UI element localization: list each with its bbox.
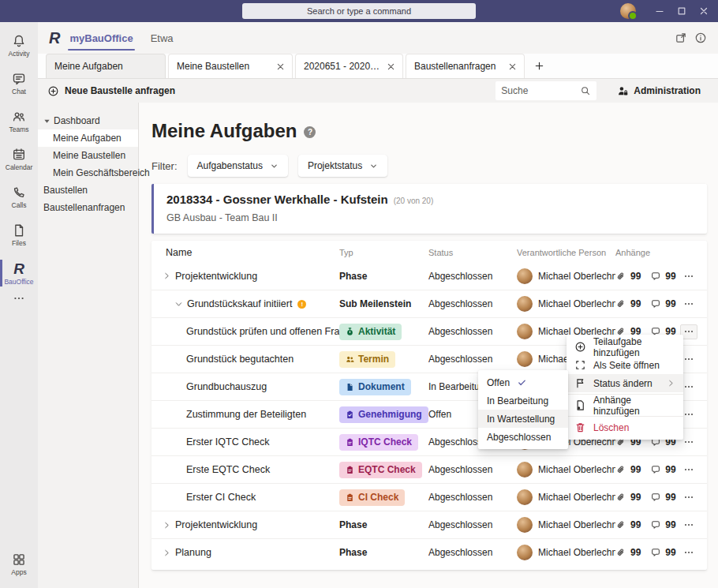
more-apps-button[interactable]: [13, 292, 25, 314]
menu-item-open-as-page[interactable]: Als Seite öffnen: [567, 356, 683, 374]
row-more-button[interactable]: [680, 268, 697, 283]
status-label: Abgeschlossen: [428, 354, 492, 365]
menu-item-add-subtask[interactable]: Teilaufgabe hinzufügen: [567, 338, 683, 356]
type-badge: Termin: [339, 351, 395, 368]
row-expand-chevron-icon[interactable]: [163, 521, 171, 530]
user-avatar[interactable]: [620, 3, 636, 19]
trash-icon: [574, 421, 586, 433]
app-header: R myBauOffice Etwa: [38, 22, 718, 54]
popout-icon[interactable]: [675, 32, 687, 44]
filter-aufgabenstatus[interactable]: Aufgabenstatus: [188, 155, 288, 177]
minimize-button[interactable]: [649, 0, 671, 22]
project-task-count: (20 von 20): [394, 197, 434, 205]
table-row[interactable]: Grundstückskauf initiiert Sub Meilenstei…: [151, 290, 707, 317]
window-titlebar: [0, 0, 718, 22]
info-icon[interactable]: [694, 32, 707, 44]
status-label: Abgeschlossen: [428, 298, 492, 309]
close-tab-icon[interactable]: [277, 63, 284, 70]
row-more-button[interactable]: [680, 545, 697, 560]
row-expand-chevron-icon[interactable]: [163, 549, 171, 557]
task-name[interactable]: Projektentwicklung: [175, 271, 257, 282]
type-badge-label: Termin: [358, 354, 389, 365]
menu-item-add-attachments[interactable]: Anhänge hinzufügen: [567, 396, 683, 414]
table-row[interactable]: Planung Phase Abgeschlossen Michael Ober…: [151, 538, 707, 566]
person-avatar: [517, 545, 533, 560]
task-name[interactable]: Projektentwicklung: [175, 519, 257, 530]
add-tab-button[interactable]: [527, 54, 551, 78]
close-tab-icon[interactable]: [387, 63, 395, 70]
table-row[interactable]: Erste EQTC Check EQTC Check Abgeschlosse…: [151, 455, 707, 483]
approval-icon: [346, 410, 354, 419]
maximize-button[interactable]: [671, 0, 693, 22]
filter-projektstatus[interactable]: Projektstatus: [298, 155, 387, 177]
task-name[interactable]: Grundstück prüfen und offenen Fragen klä…: [186, 326, 339, 337]
nav-item-dashboard[interactable]: Dashboard: [38, 112, 138, 129]
app-tab-etwa[interactable]: Etwa: [151, 22, 174, 54]
nav-item-mein-geschaeftsbereich[interactable]: Mein Geschäftsbereich: [38, 164, 138, 182]
sidebar-item-calendar[interactable]: Calendar: [0, 140, 38, 178]
row-more-button[interactable]: [680, 518, 697, 533]
task-name[interactable]: Erster CI Check: [186, 492, 256, 503]
tab-meine-baustellen[interactable]: Meine Baustellen: [168, 54, 293, 78]
status-option-in-bearbeitung[interactable]: In Bearbeitung: [478, 391, 568, 410]
menu-item-change-status[interactable]: Status ändern: [567, 374, 683, 392]
filter-row: Filter: Aufgabenstatus Projektstatus: [151, 155, 387, 177]
task-name[interactable]: Grundstück begutachten: [186, 354, 294, 365]
attachment-count: 99: [630, 271, 641, 282]
type-badge-label: Genehmigung: [358, 409, 422, 420]
check-icon: [517, 377, 527, 388]
open-as-page-icon: [574, 359, 586, 371]
close-window-button[interactable]: [693, 0, 715, 22]
sidebar-item-bauoffice[interactable]: R BauOffice: [0, 254, 38, 292]
sidebar-item-calls[interactable]: Calls: [0, 178, 38, 216]
row-more-button[interactable]: [680, 463, 697, 478]
paperclip-icon: [615, 298, 626, 309]
task-name[interactable]: Erster IQTC Check: [186, 436, 270, 448]
task-name[interactable]: Zustimmung der Beteiligten: [186, 409, 306, 420]
sidebar-item-teams[interactable]: Teams: [0, 103, 38, 140]
row-expand-chevron-icon[interactable]: [174, 300, 183, 309]
menu-item-delete[interactable]: Löschen: [567, 418, 683, 436]
task-name[interactable]: Grundstückskauf initiiert: [187, 298, 292, 309]
app-tab-mybauoffice[interactable]: myBauOffice: [69, 22, 133, 54]
new-baustelle-button[interactable]: Neue Baustelle anfragen: [47, 85, 175, 97]
column-header-person: Verantwortliche Person: [517, 248, 615, 257]
table-row[interactable]: Erster CI Check CI Check Abgeschlossen M…: [151, 483, 707, 511]
nav-item-meine-aufgaben[interactable]: Meine Aufgaben: [38, 129, 138, 147]
command-search-input[interactable]: [242, 3, 476, 19]
sidebar-item-files[interactable]: Files: [0, 216, 38, 254]
task-name[interactable]: Grundbuchauszug: [186, 381, 267, 392]
sidebar-item-chat[interactable]: Chat: [0, 65, 38, 103]
search-box: [495, 81, 596, 100]
flag-icon: [574, 377, 586, 389]
help-icon[interactable]: [304, 126, 316, 138]
status-option-abgeschlossen[interactable]: Abgeschlossen: [478, 428, 568, 446]
chat-icon: [12, 72, 26, 86]
sidebar-item-activity[interactable]: Activity: [0, 27, 38, 65]
row-more-button[interactable]: [680, 297, 697, 312]
administration-button[interactable]: Administration: [617, 85, 701, 97]
tab-project-2020651[interactable]: 2020651 - 20206519 - Umba:: [295, 54, 403, 78]
task-name[interactable]: Planung: [175, 547, 211, 558]
row-expand-chevron-icon[interactable]: [163, 272, 171, 280]
table-row[interactable]: Projektentwicklung Phase Abgeschlossen M…: [151, 511, 707, 538]
person-name: Michael Oberlechner: [538, 464, 615, 475]
row-more-button[interactable]: [680, 490, 697, 505]
status-option-offen[interactable]: Offen: [478, 373, 568, 391]
sidebar-item-apps[interactable]: Apps: [0, 545, 38, 583]
person-avatar: [517, 462, 533, 478]
type-badge: Dokument: [339, 379, 411, 395]
nav-item-baustellenanfragen[interactable]: Baustellenanfragen: [38, 199, 138, 216]
nav-item-baustellen[interactable]: Baustellen: [38, 182, 138, 199]
nav-item-meine-baustellen[interactable]: Meine Baustellen: [38, 147, 138, 164]
tab-meine-aufgaben[interactable]: Meine Aufgaben: [46, 54, 166, 78]
status-option-in-wartestellung[interactable]: In Wartestellung: [478, 410, 568, 428]
tab-baustellenanfragen[interactable]: Baustellenanfragen: [406, 54, 525, 78]
search-input[interactable]: [501, 85, 580, 96]
close-tab-icon[interactable]: [509, 63, 516, 70]
task-name[interactable]: Erste EQTC Check: [186, 464, 270, 475]
comment-icon: [650, 464, 661, 475]
type-badge: EQTC Check: [339, 462, 422, 478]
table-row[interactable]: Projektentwicklung Phase Abgeschlossen M…: [151, 262, 707, 290]
project-group-card[interactable]: 2018334 - Gossner Werkhalle - Kufstein(2…: [151, 184, 707, 234]
